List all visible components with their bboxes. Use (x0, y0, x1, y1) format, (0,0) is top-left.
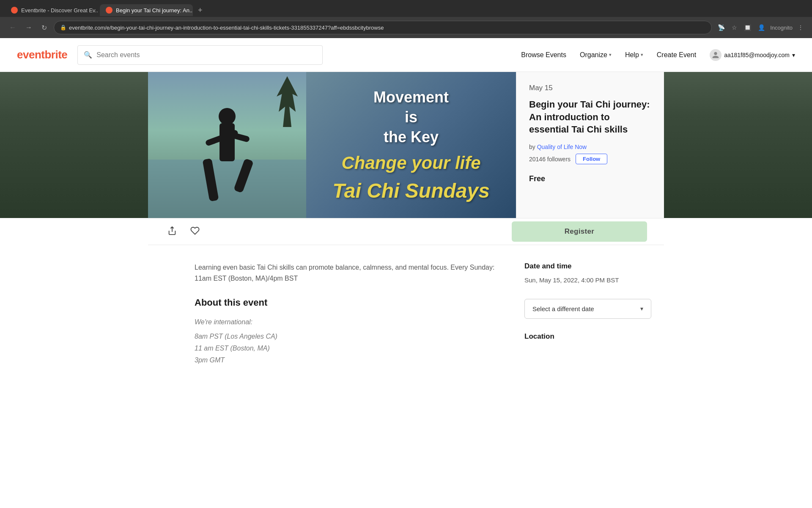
browser-chrome: Eventbrite - Discover Great Ev... ✕ Begi… (0, 0, 812, 38)
url-text: eventbrite.com/e/begin-your-tai-chi-jour… (69, 25, 384, 31)
content-main: Learning even basic Tai Chi skills can p… (148, 262, 512, 368)
select-date-dropdown[interactable]: Select a different date ▾ (524, 299, 651, 319)
image-left (148, 72, 306, 218)
event-image: Movement is the Key Change your life Tai… (148, 72, 516, 218)
location-heading: Location (524, 332, 651, 341)
event-price: Free (529, 174, 651, 183)
refresh-button[interactable]: ↻ (39, 22, 49, 33)
browse-events-label: Browse Events (521, 51, 566, 59)
cast-button[interactable]: 📡 (716, 22, 727, 33)
tab-label-2: Begin your Tai Chi journey: An... (116, 7, 193, 14)
date-time-section: Date and time Sun, May 15, 2022, 4:00 PM… (524, 262, 651, 285)
text-movement: Movement (373, 88, 449, 108)
browse-events-nav[interactable]: Browse Events (521, 51, 566, 59)
followers-row: 20146 followers Follow (529, 154, 651, 164)
search-icon: 🔍 (84, 51, 92, 59)
extension-button[interactable]: 🔲 (742, 22, 753, 33)
international-label: We're international: (195, 318, 495, 326)
search-input[interactable] (96, 51, 316, 59)
time-entry-1: 8am PST (Los Angeles CA) (195, 333, 495, 340)
action-bar: Register (148, 218, 664, 245)
select-date-label: Select a different date (532, 305, 594, 312)
forward-button[interactable]: → (23, 22, 35, 33)
help-chevron: ▾ (641, 52, 643, 58)
organize-label: Organize (580, 51, 607, 59)
event-title: Begin your Tai Chi journey: An introduct… (529, 98, 651, 136)
date-time-value: Sun, May 15, 2022, 4:00 PM BST (524, 276, 651, 285)
content-sidebar: Date and time Sun, May 15, 2022, 4:00 PM… (512, 262, 664, 368)
image-right: Movement is the Key Change your life Tai… (306, 72, 516, 218)
help-label: Help (625, 51, 639, 59)
organize-chevron: ▾ (609, 52, 612, 58)
text-change-life: Change your life (342, 153, 481, 173)
action-bar-wrapper: Register (0, 218, 812, 245)
event-description: Learning even basic Tai Chi skills can p… (195, 262, 495, 284)
content-wrapper: Learning even basic Tai Chi skills can p… (0, 245, 812, 394)
share-button[interactable] (165, 224, 179, 240)
help-nav[interactable]: Help ▾ (625, 51, 643, 59)
event-hero-wrapper: Movement is the Key Change your life Tai… (0, 72, 812, 218)
search-bar[interactable]: 🔍 (77, 45, 323, 65)
lock-icon: 🔒 (60, 25, 66, 30)
register-button[interactable]: Register (512, 221, 647, 242)
user-menu[interactable]: aa181f85@moodjoy.com ▾ (710, 49, 795, 61)
back-button[interactable]: ← (7, 22, 19, 33)
event-date: May 15 (529, 84, 651, 92)
app: eventbrite 🔍 Browse Events Organize ▾ He… (0, 38, 812, 508)
text-is: is (373, 108, 449, 127)
tab-favicon-1 (11, 7, 18, 14)
favorite-button[interactable] (188, 224, 202, 240)
followers-count: 20146 followers (529, 156, 571, 163)
organizer-link[interactable]: Quality of Life Now (537, 144, 587, 150)
text-the-key: the Key (373, 127, 449, 147)
content-area: Learning even basic Tai Chi skills can p… (148, 245, 664, 394)
about-heading: About this event (195, 297, 495, 308)
location-section: Location (524, 332, 651, 341)
organizer-name: Quality of Life Now (537, 144, 587, 150)
profile-button[interactable]: 👤 (756, 22, 767, 33)
tab-favicon-2 (106, 7, 112, 14)
time-entry-3: 3pm GMT (195, 356, 495, 364)
browser-toolbar: ← → ↻ 🔒 eventbrite.com/e/begin-your-tai-… (0, 17, 812, 38)
image-text-movement: Movement is the Key (373, 88, 449, 147)
logo[interactable]: eventbrite (17, 48, 67, 61)
date-time-heading: Date and time (524, 262, 651, 271)
tab-label-1: Eventbrite - Discover Great Ev... (21, 7, 98, 14)
address-bar[interactable]: 🔒 eventbrite.com/e/begin-your-tai-chi-jo… (54, 21, 712, 34)
browser-tab-2[interactable]: Begin your Tai Chi journey: An... ✕ (100, 4, 193, 16)
create-event-label: Create Event (657, 51, 696, 58)
create-event-nav[interactable]: Create Event (657, 51, 696, 59)
user-email: aa181f85@moodjoy.com (724, 52, 790, 58)
event-organizer-line: by Quality of Life Now (529, 144, 651, 150)
event-sidebar: May 15 Begin your Tai Chi journey: An in… (516, 72, 664, 218)
event-image-placeholder: Movement is the Key Change your life Tai… (148, 72, 516, 218)
user-avatar (710, 49, 721, 61)
organizer-prefix: by (529, 144, 535, 150)
event-banner-area: Movement is the Key Change your life Tai… (148, 72, 664, 218)
time-entry-2: 11 am EST (Boston, MA) (195, 345, 495, 352)
browser-actions: 📡 ☆ 🔲 👤 Incognito ⋮ (716, 22, 805, 33)
user-chevron: ▾ (792, 52, 795, 58)
new-tab-button[interactable]: + (195, 4, 206, 17)
follow-button[interactable]: Follow (576, 154, 607, 164)
bookmark-button[interactable]: ☆ (730, 22, 739, 33)
logo-text: eventbrite (17, 48, 67, 61)
header-nav: Browse Events Organize ▾ Help ▾ Create E… (521, 49, 795, 61)
text-tai-chi-sundays: Tai Chi Sundays (332, 179, 490, 202)
incognito-label: Incognito (770, 25, 793, 31)
action-bar-left (165, 224, 502, 240)
chevron-down-icon: ▾ (640, 305, 643, 312)
menu-button[interactable]: ⋮ (796, 22, 805, 33)
header: eventbrite 🔍 Browse Events Organize ▾ He… (0, 38, 812, 72)
organize-nav[interactable]: Organize ▾ (580, 51, 612, 59)
browser-tabs: Eventbrite - Discover Great Ev... ✕ Begi… (0, 0, 812, 17)
browser-tab-1[interactable]: Eventbrite - Discover Great Ev... ✕ (5, 4, 98, 16)
